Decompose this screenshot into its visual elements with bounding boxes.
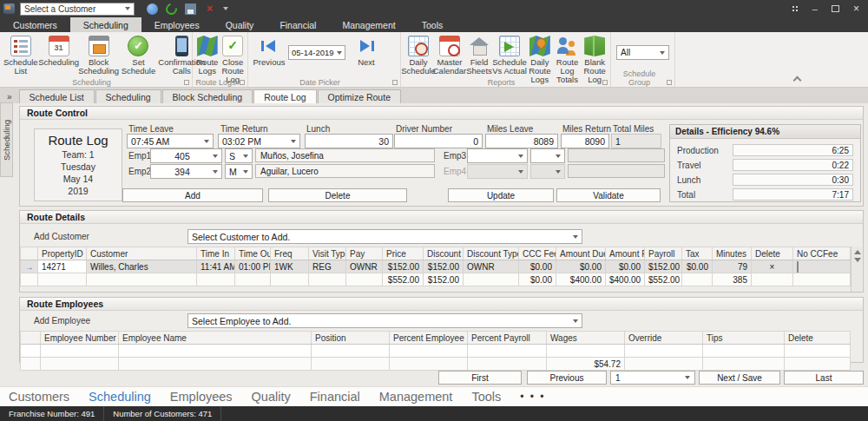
cell-price[interactable]: $152.00 — [383, 260, 424, 273]
cell-time-in[interactable]: 11:41 AM — [197, 260, 235, 273]
doc-tab-scheduling[interactable]: Scheduling — [95, 89, 161, 103]
col-payroll[interactable]: Payroll — [645, 247, 682, 260]
cell-minutes[interactable]: 79 — [713, 260, 752, 273]
schedule-vs-actual-button[interactable]: Schedule Vs Actual — [493, 34, 526, 76]
lunch-input[interactable]: 30 — [305, 134, 393, 148]
dialog-launcher-icon[interactable] — [184, 80, 189, 85]
col-minutes[interactable]: Minutes — [713, 247, 752, 260]
emp2-number-select[interactable]: 394 — [150, 164, 222, 179]
emp1-code-select[interactable]: S — [225, 148, 253, 163]
col-override[interactable]: Override — [625, 332, 703, 345]
time-return-select[interactable]: 03:02 PM — [218, 134, 300, 148]
col-visit-type[interactable]: Visit Type — [309, 247, 346, 260]
emp1-number-select[interactable]: 405 — [150, 148, 222, 163]
doc-tab-block-scheduling[interactable]: Block Scheduling — [162, 89, 253, 103]
globe-icon[interactable] — [147, 3, 158, 15]
bottom-tab-scheduling[interactable]: Scheduling — [89, 390, 151, 404]
col-position[interactable]: Position — [312, 332, 390, 345]
col-employee-name[interactable]: Employee Name — [119, 332, 312, 345]
grid-scrollbar[interactable] — [851, 247, 862, 292]
col-tips[interactable]: Tips — [703, 332, 785, 345]
first-button[interactable]: First — [438, 371, 522, 385]
cell-discount-type[interactable]: OWNR — [464, 260, 519, 273]
cell-amount-due[interactable]: $0.00 — [556, 260, 606, 273]
route-log-totals-button[interactable]: Route Log Totals — [554, 34, 582, 76]
col-time-out[interactable]: Time Out — [235, 247, 271, 260]
tab-scroll-chevron-icon[interactable]: » — [7, 92, 12, 102]
col-pay[interactable]: Pay — [346, 247, 383, 260]
next-date-button[interactable]: Next — [351, 34, 382, 76]
menu-tab-management[interactable]: Management — [329, 17, 408, 32]
cell-customer[interactable]: Willes, Charles — [87, 260, 197, 273]
menu-tab-scheduling[interactable]: Scheduling — [70, 17, 141, 32]
time-leave-select[interactable]: 07:45 AM — [127, 134, 214, 148]
scroll-down-icon[interactable] — [854, 258, 861, 262]
previous-button[interactable]: Previous — [527, 371, 607, 385]
col-time-in[interactable]: Time In — [197, 247, 235, 260]
col-percent-payroll[interactable]: Percent Payroll — [468, 332, 547, 345]
dialog-launcher-icon[interactable] — [392, 80, 398, 85]
update-button[interactable]: Update — [448, 188, 554, 202]
set-schedule-button[interactable]: Set Schedule — [120, 34, 158, 76]
cell-tax[interactable]: $0.00 — [682, 260, 713, 273]
previous-date-button[interactable]: Previous — [250, 34, 288, 76]
menu-tab-financial[interactable]: Financial — [266, 17, 329, 32]
emp2-code-select[interactable]: M — [225, 164, 253, 179]
col-percent-employee[interactable]: Percent Employee — [390, 332, 468, 345]
cell-amount-rec[interactable]: $0.00 — [606, 260, 645, 273]
delete-row-button[interactable]: × — [752, 260, 793, 273]
driver-number-input[interactable]: 0 — [394, 134, 483, 148]
add-button[interactable]: Add — [122, 188, 263, 202]
toolbar-options-chevron-icon[interactable] — [223, 7, 228, 10]
cell-pay[interactable]: OWNR — [346, 260, 383, 273]
scroll-up-icon[interactable] — [854, 250, 861, 254]
bottom-tab-financial[interactable]: Financial — [310, 390, 360, 404]
cell-payroll[interactable]: $152.00 — [645, 260, 682, 273]
cell-propertyid[interactable]: 14271 — [38, 260, 87, 273]
col-wages[interactable]: Wages — [547, 332, 625, 345]
cell-time-out[interactable]: 01:00 PM — [235, 260, 271, 273]
miles-leave-input[interactable]: 8089 — [485, 134, 558, 148]
restore-button[interactable] — [832, 5, 839, 12]
col-employee-number[interactable]: Employee Number — [41, 332, 119, 345]
daily-schedule-button[interactable]: Daily Schedule — [403, 34, 434, 76]
add-employee-select[interactable]: Select Employee to Add. — [187, 313, 582, 328]
cell-no-ccfee[interactable] — [793, 260, 851, 273]
col-delete[interactable]: Delete — [752, 247, 793, 260]
ribbon-collapse-icon[interactable] — [793, 76, 802, 85]
col-discount[interactable]: Discount ... — [424, 247, 464, 260]
schedule-list-button[interactable]: Schedule List — [2, 34, 40, 76]
daily-route-logs-button[interactable]: Daily Route Logs — [526, 34, 554, 76]
customize-icon[interactable] — [792, 5, 799, 12]
col-propertyid[interactable]: PropertyID — [38, 247, 87, 260]
date-picker-input[interactable]: 05-14-2019 — [288, 45, 345, 60]
col-discount-type[interactable]: Discount Type — [464, 247, 519, 260]
bottom-tab-employees[interactable]: Employees — [170, 390, 233, 404]
docked-panel-tab-scheduling[interactable]: Scheduling — [0, 102, 13, 177]
emp3-code-select[interactable] — [530, 148, 565, 163]
bottom-tab-tools[interactable]: Tools — [471, 390, 501, 404]
clear-icon[interactable]: × — [204, 3, 215, 15]
menu-tab-tools[interactable]: Tools — [409, 17, 457, 32]
miles-return-input[interactable]: 8090 — [561, 134, 609, 148]
cell-discount[interactable]: $152.00 — [424, 260, 464, 273]
delete-button[interactable]: Delete — [268, 188, 407, 202]
col-no-ccfee[interactable]: No CCFee — [793, 247, 851, 260]
dialog-launcher-icon[interactable] — [240, 80, 245, 85]
col-amount-due[interactable]: Amount Due — [556, 247, 606, 260]
customer-select[interactable]: Select a Customer — [20, 3, 135, 16]
save-icon[interactable] — [185, 3, 196, 15]
route-logs-button[interactable]: Route Logs — [194, 34, 220, 76]
dialog-launcher-icon[interactable] — [602, 80, 608, 85]
col-price[interactable]: Price — [383, 247, 424, 260]
field-sheets-button[interactable]: Field Sheets — [465, 34, 493, 76]
menu-tab-quality[interactable]: Quality — [213, 17, 267, 32]
col-amount-rec[interactable]: Amount Re... — [606, 247, 645, 260]
col-tax[interactable]: Tax — [682, 247, 713, 260]
col-delete[interactable]: Delete — [785, 332, 851, 345]
menu-tab-customers[interactable]: Customers — [0, 17, 70, 32]
dialog-launcher-icon[interactable] — [667, 80, 672, 85]
doc-tab-optimize-route[interactable]: Optimize Route — [318, 89, 401, 103]
page-select[interactable]: 1 — [610, 371, 695, 385]
validate-button[interactable]: Validate — [556, 188, 661, 202]
